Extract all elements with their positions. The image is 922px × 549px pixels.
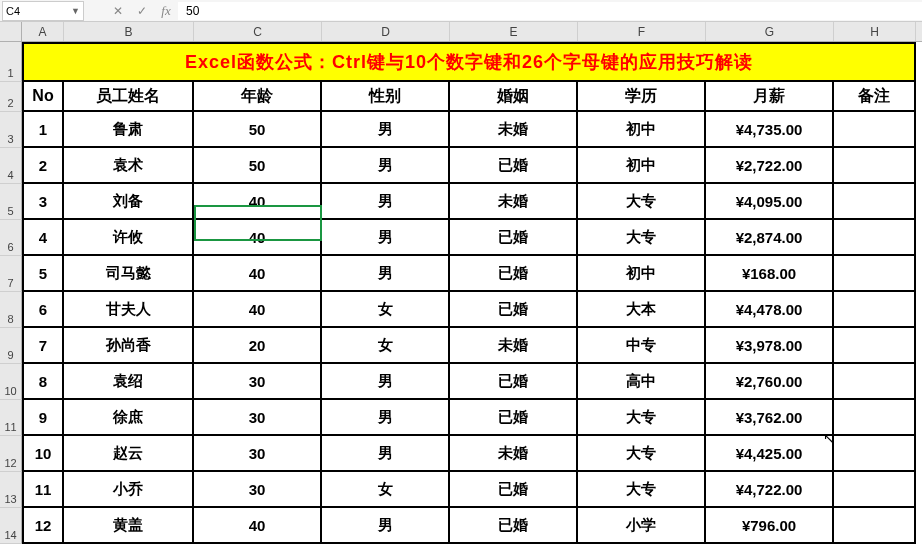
data-cell[interactable]: 小学 xyxy=(578,508,706,544)
data-cell[interactable]: 初中 xyxy=(578,256,706,292)
data-cell[interactable]: 男 xyxy=(322,220,450,256)
data-cell[interactable]: ¥796.00 xyxy=(706,508,834,544)
col-header-A[interactable]: A xyxy=(22,22,64,41)
data-cell[interactable]: 已婚 xyxy=(450,400,578,436)
data-cell[interactable]: 已婚 xyxy=(450,292,578,328)
data-cell[interactable]: 大专 xyxy=(578,436,706,472)
data-cell[interactable]: 鲁肃 xyxy=(64,112,194,148)
data-cell[interactable]: 未婚 xyxy=(450,436,578,472)
row-header-1[interactable]: 1 xyxy=(0,42,22,82)
row-header-13[interactable]: 13 xyxy=(0,472,22,508)
header-cell-6[interactable]: 月薪 xyxy=(706,82,834,112)
data-cell[interactable]: 男 xyxy=(322,436,450,472)
data-cell[interactable]: 5 xyxy=(22,256,64,292)
data-cell[interactable]: 30 xyxy=(194,364,322,400)
confirm-button[interactable]: ✓ xyxy=(130,4,154,18)
data-cell[interactable]: ¥3,762.00 xyxy=(706,400,834,436)
data-cell[interactable]: 刘备 xyxy=(64,184,194,220)
data-cell[interactable]: 初中 xyxy=(578,112,706,148)
col-header-G[interactable]: G xyxy=(706,22,834,41)
row-header-8[interactable]: 8 xyxy=(0,292,22,328)
data-cell[interactable]: 大专 xyxy=(578,184,706,220)
data-cell[interactable]: 徐庶 xyxy=(64,400,194,436)
data-cell[interactable]: ¥4,722.00 xyxy=(706,472,834,508)
data-cell[interactable]: 孙尚香 xyxy=(64,328,194,364)
data-cell[interactable] xyxy=(834,472,916,508)
data-cell[interactable] xyxy=(834,508,916,544)
col-header-F[interactable]: F xyxy=(578,22,706,41)
data-cell[interactable]: 20 xyxy=(194,328,322,364)
data-cell[interactable]: 司马懿 xyxy=(64,256,194,292)
data-cell[interactable]: 30 xyxy=(194,472,322,508)
data-cell[interactable]: 袁术 xyxy=(64,148,194,184)
header-cell-1[interactable]: 员工姓名 xyxy=(64,82,194,112)
select-all-corner[interactable] xyxy=(0,22,22,41)
data-cell[interactable]: ¥3,978.00 xyxy=(706,328,834,364)
row-header-5[interactable]: 5 xyxy=(0,184,22,220)
data-cell[interactable] xyxy=(834,292,916,328)
data-cell[interactable]: 大专 xyxy=(578,472,706,508)
data-cell[interactable]: 1 xyxy=(22,112,64,148)
data-cell[interactable]: 40 xyxy=(194,292,322,328)
name-box[interactable]: C4 ▼ xyxy=(2,1,84,21)
cancel-button[interactable]: ✕ xyxy=(106,4,130,18)
data-cell[interactable]: ¥4,735.00 xyxy=(706,112,834,148)
header-cell-3[interactable]: 性别 xyxy=(322,82,450,112)
col-header-H[interactable]: H xyxy=(834,22,916,41)
data-cell[interactable]: 大专 xyxy=(578,220,706,256)
data-cell[interactable]: 10 xyxy=(22,436,64,472)
data-cell[interactable]: 男 xyxy=(322,148,450,184)
col-header-B[interactable]: B xyxy=(64,22,194,41)
header-cell-5[interactable]: 学历 xyxy=(578,82,706,112)
data-cell[interactable]: 已婚 xyxy=(450,148,578,184)
data-cell[interactable]: 女 xyxy=(322,292,450,328)
row-header-10[interactable]: 10 xyxy=(0,364,22,400)
data-cell[interactable]: 大专 xyxy=(578,400,706,436)
data-cell[interactable]: 12 xyxy=(22,508,64,544)
data-cell[interactable] xyxy=(834,328,916,364)
col-header-D[interactable]: D xyxy=(322,22,450,41)
data-cell[interactable]: 男 xyxy=(322,508,450,544)
row-header-7[interactable]: 7 xyxy=(0,256,22,292)
header-cell-0[interactable]: No xyxy=(22,82,64,112)
data-cell[interactable]: 女 xyxy=(322,472,450,508)
data-cell[interactable]: 已婚 xyxy=(450,364,578,400)
data-cell[interactable] xyxy=(834,148,916,184)
data-cell[interactable] xyxy=(834,400,916,436)
data-cell[interactable]: 男 xyxy=(322,112,450,148)
data-cell[interactable]: 40 xyxy=(194,508,322,544)
formula-input[interactable]: 50 xyxy=(178,2,922,20)
col-header-C[interactable]: C xyxy=(194,22,322,41)
data-cell[interactable]: 40 xyxy=(194,256,322,292)
data-cell[interactable]: 未婚 xyxy=(450,112,578,148)
row-header-2[interactable]: 2 xyxy=(0,82,22,112)
data-cell[interactable]: 初中 xyxy=(578,148,706,184)
data-cell[interactable]: 50 xyxy=(194,148,322,184)
data-cell[interactable] xyxy=(834,220,916,256)
data-cell[interactable]: ¥168.00 xyxy=(706,256,834,292)
data-cell[interactable]: 男 xyxy=(322,256,450,292)
data-cell[interactable] xyxy=(834,112,916,148)
row-header-11[interactable]: 11 xyxy=(0,400,22,436)
data-cell[interactable]: ¥4,425.00 xyxy=(706,436,834,472)
data-cell[interactable]: 高中 xyxy=(578,364,706,400)
data-cell[interactable]: 40 xyxy=(194,184,322,220)
data-cell[interactable]: 许攸 xyxy=(64,220,194,256)
data-cell[interactable]: 40 xyxy=(194,220,322,256)
data-cell[interactable]: 袁绍 xyxy=(64,364,194,400)
data-cell[interactable]: 大本 xyxy=(578,292,706,328)
data-cell[interactable] xyxy=(834,364,916,400)
data-cell[interactable]: 中专 xyxy=(578,328,706,364)
data-cell[interactable]: 3 xyxy=(22,184,64,220)
data-cell[interactable]: 30 xyxy=(194,400,322,436)
cells-grid[interactable]: Excel函数公式：Ctrl键与10个数字键和26个字母键的应用技巧解读No员工… xyxy=(22,42,922,544)
data-cell[interactable]: ¥4,478.00 xyxy=(706,292,834,328)
data-cell[interactable]: 8 xyxy=(22,364,64,400)
row-header-14[interactable]: 14 xyxy=(0,508,22,544)
data-cell[interactable]: 已婚 xyxy=(450,220,578,256)
data-cell[interactable]: 30 xyxy=(194,436,322,472)
data-cell[interactable]: 已婚 xyxy=(450,256,578,292)
data-cell[interactable]: 男 xyxy=(322,184,450,220)
row-header-12[interactable]: 12 xyxy=(0,436,22,472)
data-cell[interactable]: 6 xyxy=(22,292,64,328)
